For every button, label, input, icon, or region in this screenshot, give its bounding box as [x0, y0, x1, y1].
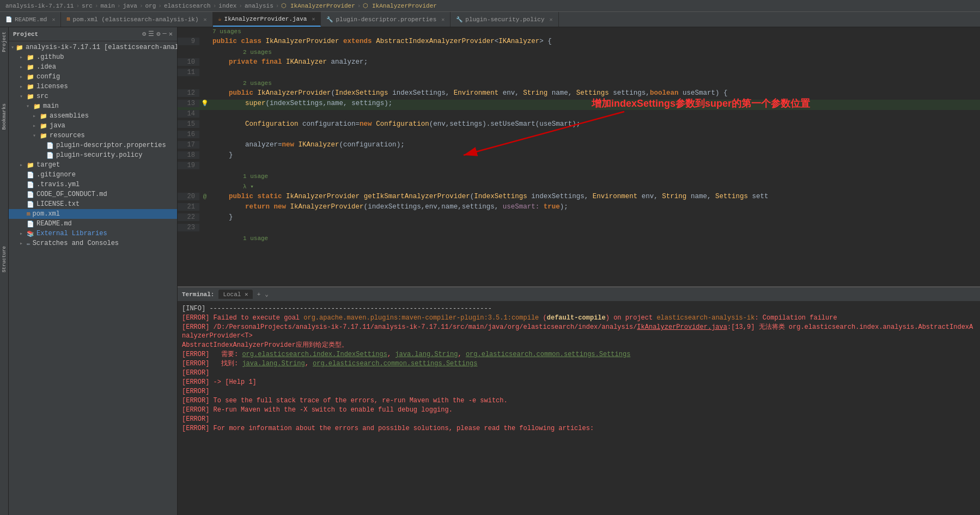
close-icon[interactable]: ✕: [312, 16, 315, 22]
java-icon: ☕: [218, 16, 222, 22]
folder-icon: 📁: [27, 64, 34, 71]
activity-project[interactable]: Project: [1, 29, 8, 54]
usage-count: 1 usage: [210, 234, 268, 243]
policy-icon: 🔧: [456, 16, 462, 23]
line-number: 12: [178, 89, 199, 97]
tree-item-license[interactable]: 📄 LICENSE.txt: [9, 199, 177, 209]
tree-item-plugin-descriptor-f[interactable]: 📄 plugin-descriptor.properties: [9, 140, 177, 150]
line-code: super(indexSettings,name, settings);: [210, 100, 392, 107]
tree-item-label: target: [36, 161, 60, 169]
tree-item-plugin-security-f[interactable]: 📄 plugin-security.policy: [9, 150, 177, 160]
close-icon[interactable]: ✕: [52, 16, 55, 23]
code-line-11: 11: [178, 69, 980, 79]
tree-item-main[interactable]: ▾ 📁 main: [9, 101, 177, 111]
tree-item-label: config: [36, 73, 60, 81]
folder-icon: 📁: [27, 73, 34, 81]
usage-line: 1 usage: [178, 234, 980, 244]
sidebar-icon-close[interactable]: —: [163, 30, 167, 38]
tree-item-assemblies[interactable]: ▸ 📁 assemblies: [9, 111, 177, 121]
tree-item-label: src: [36, 93, 48, 100]
code-and-overlay: 7 usages 9 public class IkAnalyzerProvid…: [178, 27, 980, 244]
sidebar-icon-gear[interactable]: ⚙: [156, 30, 160, 38]
tab-plugin-descriptor[interactable]: 🔧 plugin-descriptor.properties ✕: [321, 12, 451, 27]
line-number: 23: [178, 224, 199, 231]
line-gutter: @: [199, 193, 210, 200]
tab-plugin-security[interactable]: 🔧 plugin-security.policy ✕: [451, 12, 558, 27]
usage-line: 2 usages: [178, 48, 980, 58]
sidebar-icon-list[interactable]: ☰: [148, 30, 154, 38]
terminal-add-btn[interactable]: +: [257, 291, 261, 298]
arrow-icon: ▸: [33, 113, 38, 119]
usage-line: 2 usages: [178, 79, 980, 89]
tree-item-gitignore[interactable]: 📄 .gitignore: [9, 170, 177, 180]
project-tree: ▾ 📁 analysis-ik-7.17.11 [elasticsearch-a…: [9, 41, 177, 515]
tree-item-github[interactable]: ▸ 📁 .github: [9, 52, 177, 62]
breadcrumb-part: java: [123, 3, 137, 9]
file-icon: 📄: [27, 220, 34, 228]
code-content[interactable]: 7 usages 9 public class IkAnalyzerProvid…: [178, 27, 980, 286]
tree-item-target[interactable]: ▸ 📁 target: [9, 160, 177, 170]
tree-item-src[interactable]: ▾ 📁 src: [9, 91, 177, 101]
line-code: Configuration configuration=new Configur…: [210, 120, 580, 128]
tree-item-config[interactable]: ▸ 📁 config: [9, 72, 177, 82]
lambda-icon: λ ▾: [210, 182, 254, 191]
line-gutter: 💡: [199, 100, 210, 107]
file-icon: 📄: [46, 152, 54, 159]
line-number: 14: [178, 110, 199, 118]
terminal-line: [ERROR]: [182, 369, 976, 377]
tab-ikanalyzerprovider[interactable]: ☕ IkAnalyzerProvider.java ✕: [213, 12, 321, 27]
tree-item-label: resources: [50, 132, 85, 139]
sidebar-icon-minimize[interactable]: ✕: [169, 30, 173, 38]
terminal-expand-btn[interactable]: ⌄: [265, 291, 269, 298]
breadcrumb-part: elasticsearch: [164, 3, 211, 9]
tab-readme[interactable]: 📄 README.md ✕: [0, 12, 61, 27]
terminal-tab-local[interactable]: Local ✕: [218, 290, 252, 299]
line-code: return new IkAnalyzerProvider(indexSetti…: [210, 203, 568, 211]
tree-item-pom[interactable]: m pom.xml: [9, 209, 177, 219]
tree-item-readme[interactable]: 📄 README.md: [9, 219, 177, 229]
tree-item-java[interactable]: ▸ 📁 java: [9, 121, 177, 131]
code-line-15: 15 Configuration configuration=new Confi…: [178, 120, 980, 131]
tree-item-scratches[interactable]: ▸ ✏ Scratches and Consoles: [9, 238, 177, 248]
code-line-22: 22 }: [178, 213, 980, 224]
folder-icon: 📁: [27, 162, 34, 169]
terminal-line: [ERROR]: [182, 415, 976, 424]
tree-item-travis[interactable]: 📄 .travis.yml: [9, 180, 177, 189]
breadcrumb-sep: ›: [213, 3, 217, 9]
tree-item-licenses[interactable]: ▸ 📁 licenses: [9, 82, 177, 91]
tree-item-resources[interactable]: ▾ 📁 resources: [9, 131, 177, 140]
code-line-19: 19: [178, 162, 980, 172]
terminal-line: [ERROR] For more information about the e…: [182, 424, 976, 433]
tab-label: pom.xml (elasticsearch-analysis-ik): [72, 16, 198, 23]
breadcrumb-sep: ›: [158, 3, 162, 9]
close-icon[interactable]: ✕: [204, 16, 207, 23]
tree-item-label: analysis-ik-7.17.11 [elasticsearch-analy…: [26, 44, 177, 51]
terminal-line: AbstractIndexAnalyzerProvider应用到给定类型。: [182, 341, 976, 350]
terminal-label: Terminal:: [182, 291, 214, 298]
line-code: }: [210, 151, 233, 159]
terminal-line: [INFO] ---------------------------------…: [182, 304, 976, 313]
tab-pom[interactable]: m pom.xml (elasticsearch-analysis-ik) ✕: [61, 12, 212, 27]
tree-item-ext-libs[interactable]: ▸ 📚 External Libraries: [9, 229, 177, 238]
tree-item-root[interactable]: ▾ 📁 analysis-ik-7.17.11 [elasticsearch-a…: [9, 42, 177, 52]
activity-structure[interactable]: Structure: [1, 244, 8, 275]
tree-item-idea[interactable]: ▸ 📁 .idea: [9, 62, 177, 72]
sidebar-icon-settings[interactable]: ⚙: [142, 30, 146, 38]
tree-item-label: .github: [36, 53, 64, 61]
terminal-content[interactable]: [INFO] ---------------------------------…: [178, 302, 980, 515]
code-line-14: 14: [178, 110, 980, 120]
usage-count: 7 usages: [210, 27, 241, 36]
line-code: }: [210, 213, 233, 221]
close-icon[interactable]: ✕: [441, 16, 445, 23]
line-code: public static IkAnalyzerProvider getIkSm…: [210, 193, 768, 200]
close-icon[interactable]: ✕: [550, 16, 553, 23]
activity-bookmarks[interactable]: Bookmarks: [1, 101, 8, 132]
breadcrumb-sep: ›: [357, 3, 361, 9]
breadcrumb-bar: analysis-ik-7.17.11 › src › main › java …: [0, 0, 980, 12]
code-line-10: 10 private final IKAnalyzer analyzer;: [178, 58, 980, 69]
line-number: 22: [178, 213, 199, 221]
terminal-line: [ERROR] -> [Help 1]: [182, 378, 976, 387]
breadcrumb-part: org: [145, 3, 156, 9]
tree-item-codeofconduct[interactable]: 📄 CODE_OF_CONDUCT.md: [9, 189, 177, 199]
terminal-line: [ERROR]: [182, 387, 976, 396]
